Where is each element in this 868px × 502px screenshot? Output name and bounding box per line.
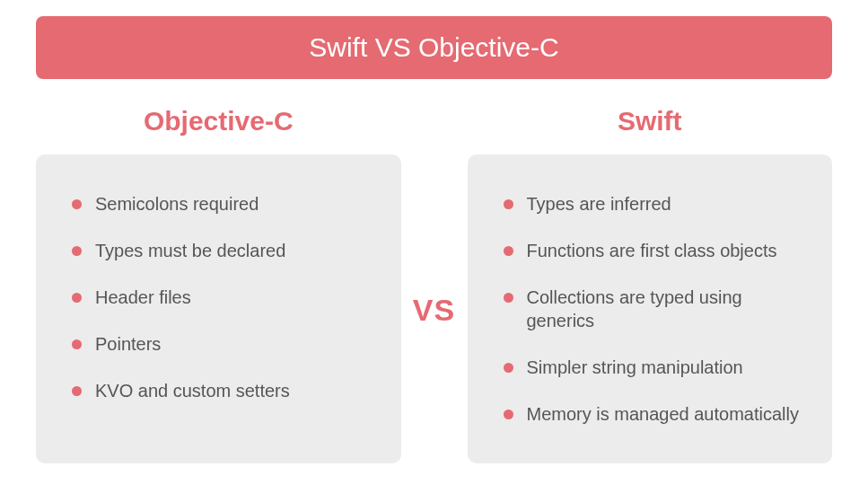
right-column: Swift Types are inferred Functions are f… (468, 93, 833, 463)
title-bar: Swift VS Objective-C (36, 16, 832, 79)
list-item: Pointers (72, 332, 373, 356)
vs-divider: VS (401, 156, 468, 463)
left-column: Objective-C Semicolons required Types mu… (36, 93, 401, 463)
list-item: Functions are first class objects (504, 239, 804, 262)
list-item: Collections are typed using generics (504, 286, 804, 332)
list-item: Semicolons required (72, 192, 373, 216)
comparison-columns: Objective-C Semicolons required Types mu… (36, 93, 832, 463)
left-card: Semicolons required Types must be declar… (36, 154, 401, 463)
list-item: Header files (72, 286, 373, 309)
right-column-header: Swift (468, 93, 833, 154)
list-item: Types are inferred (504, 192, 804, 216)
right-list: Types are inferred Functions are first c… (504, 192, 804, 426)
title-text: Swift VS Objective-C (309, 32, 558, 62)
left-list: Semicolons required Types must be declar… (72, 192, 373, 402)
list-item: Memory is managed automatically (504, 402, 804, 426)
list-item: Simpler string manipulation (504, 356, 804, 379)
list-item: Types must be declared (72, 239, 373, 262)
right-card: Types are inferred Functions are first c… (468, 154, 833, 463)
left-column-header: Objective-C (36, 93, 401, 154)
list-item: KVO and custom setters (72, 379, 373, 402)
vs-label: VS (413, 293, 455, 328)
